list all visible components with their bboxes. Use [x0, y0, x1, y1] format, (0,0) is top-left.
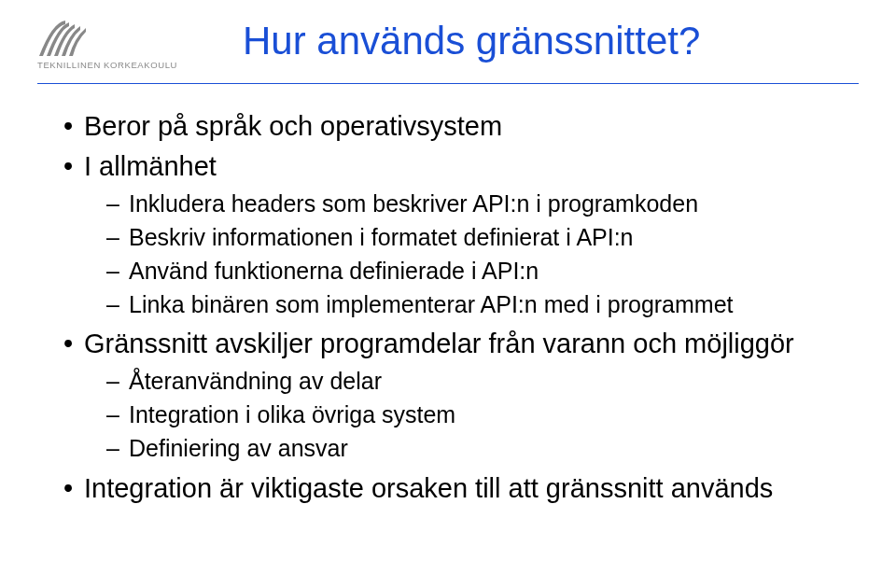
slide: TEKNILLINEN KORKEAKOULU Hur används grän… [0, 0, 896, 588]
bullet-text: Integration i olika övriga system [129, 401, 455, 427]
logo-text: TEKNILLINEN KORKEAKOULU [37, 60, 177, 70]
logo: TEKNILLINEN KORKEAKOULU [37, 19, 215, 70]
list-item: Integration är viktigaste orsaken till a… [63, 470, 840, 507]
list-item: Gränssnitt avskiljer programdelar från v… [63, 326, 840, 464]
bullet-text: Definiering av ansvar [129, 435, 348, 461]
list-item: Linka binären som implementerar API:n me… [84, 289, 840, 321]
bullet-text: Inkludera headers som beskriver API:n i … [129, 190, 698, 217]
bullet-text: Använd funktionerna definierade i API:n [129, 258, 539, 284]
list-item: I allmänhet Inkludera headers som beskri… [63, 148, 840, 320]
list-item: Återanvändning av delar [84, 366, 840, 398]
bullet-text: Linka binären som implementerar API:n me… [129, 291, 734, 317]
bullet-list: Beror på språk och operativsystem I allm… [63, 108, 840, 507]
list-item: Integration i olika övriga system [84, 399, 840, 431]
bullet-text: I allmänhet [84, 151, 217, 181]
sub-list: Inkludera headers som beskriver API:n i … [84, 189, 840, 320]
page-title: Hur används gränssnittet? [215, 19, 859, 63]
logo-icon [37, 19, 91, 58]
sub-list: Återanvändning av delar Integration i ol… [84, 366, 840, 464]
list-item: Beror på språk och operativsystem [63, 108, 840, 145]
list-item: Beskriv informationen i formatet definie… [84, 222, 840, 254]
list-item: Definiering av ansvar [84, 433, 840, 465]
bullet-text: Beror på språk och operativsystem [84, 111, 502, 141]
bullet-text: Återanvändning av delar [129, 368, 382, 394]
divider [37, 83, 859, 84]
header-row: TEKNILLINEN KORKEAKOULU Hur används grän… [37, 19, 859, 70]
list-item: Använd funktionerna definierade i API:n [84, 256, 840, 287]
content: Beror på språk och operativsystem I allm… [37, 108, 859, 507]
bullet-text: Beskriv informationen i formatet definie… [129, 224, 634, 250]
bullet-text: Gränssnitt avskiljer programdelar från v… [84, 329, 794, 358]
bullet-text: Integration är viktigaste orsaken till a… [84, 473, 773, 503]
list-item: Inkludera headers som beskriver API:n i … [84, 189, 840, 220]
